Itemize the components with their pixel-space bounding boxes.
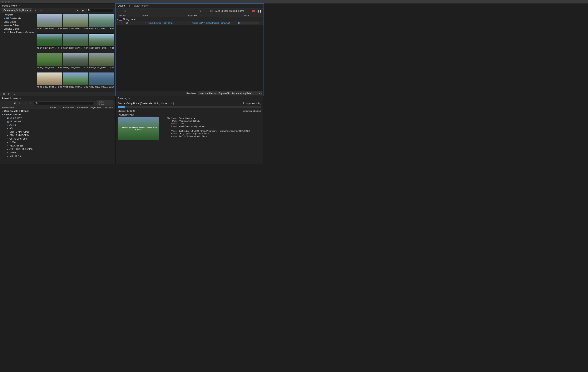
auto-encode-label: Auto-Encode Watch Folders [215,10,244,12]
view-list-icon[interactable]: ▦ [2,93,6,95]
minimize-dot[interactable] [5,1,7,3]
media-browser-footer: ▦ ▤ ○ [0,92,115,96]
queue-job[interactable]: ▾ Pr Going Home ▾ H.264 ▾ Match Source -… [116,17,263,25]
close-dot[interactable] [1,1,3,3]
preset-header-targetrate[interactable]: Target Rate [90,106,104,109]
add-source-icon[interactable]: ＋ [117,10,121,13]
tree-favorites[interactable]: ▾Favorites [0,13,36,17]
auto-encode-checkbox[interactable]: ✓ [210,10,213,12]
clip-thumbnail [37,14,62,27]
media-clip[interactable]: A003_C021_0923...6:18 [63,53,88,71]
preset-group-broadcast[interactable]: ▾📺Broadcast [0,120,115,123]
filter-icon[interactable]: ▼ [75,9,79,12]
clip-name: A002_C0S2_0922... [89,47,108,49]
preset-item[interactable]: ▸AS-11 [0,127,115,130]
queue-job-name: Going Home [123,18,136,21]
header-output: Output File [187,14,233,17]
preset-group-user[interactable]: ▸User Presets & Groups [0,109,115,113]
media-clip[interactable]: A002_C086_0922...4:04 [37,53,62,71]
tree-network-drives[interactable]: ▸Network Drives [0,24,36,27]
panel-menu-icon[interactable]: ≡ [129,97,130,100]
media-clip[interactable]: A004_C010_0924...2:06 [63,72,88,91]
import-preset-icon[interactable]: ↓ [23,102,27,104]
queue-row-preset[interactable]: Match Source - High bitrate [148,22,192,24]
clip-duration: 3:02 [84,47,88,49]
preset-item[interactable]: ▸H.264 [0,140,115,144]
queue-headers: Format Preset Output File Status [116,13,263,17]
queue-output-row[interactable]: ▾ H.264 ▾ Match Source - High bitrate /V… [116,21,263,25]
preset-group-icon[interactable]: ▣ [13,102,16,104]
preset-item[interactable]: ▸DNxHD MXF OP1a [0,130,115,134]
project-dropdown[interactable]: Guatemala_GoingHome [2,9,32,12]
preset-item[interactable]: ▸MPEG2 [0,151,115,154]
media-clip[interactable]: A002_C0S2_0922...3:04 [89,33,114,52]
preset-group-audio-only[interactable]: ▸🔊Audio Only [0,116,115,120]
clip-thumbnail [89,72,114,85]
clip-duration: 6:08 [110,66,114,69]
view-freeform-icon[interactable]: ○ [13,93,16,95]
preset-item[interactable]: ▸MXF OP1a [0,154,115,158]
preset-item[interactable]: ▸GoPro CineForm [0,137,115,140]
media-search-input[interactable]: 🔍 [86,9,113,12]
ingest-eye-icon[interactable]: ◉ [81,9,84,12]
media-clip[interactable]: A002_C009_09222...3:04 [89,14,114,32]
new-preset-icon[interactable]: ＋ [2,102,6,105]
clip-thumbnail [89,53,114,66]
premiere-icon: Pr [119,18,122,21]
tree-guatamala[interactable]: ▸Guatamala [0,17,36,20]
media-clip[interactable]: A003_C092_0923...6:08 [89,53,114,71]
preset-item[interactable]: ▸JPEG 2000 MXF OP1a [0,148,115,151]
link-outputs-icon[interactable]: ⟲ [199,10,202,12]
preset-headers: Preset Name ↑ Format Frame Size Frame Ra… [0,106,115,109]
clip-duration: 4:08 [84,28,88,30]
media-clip[interactable]: A004_C002_0924...3:02 [37,72,62,91]
preset-header-name[interactable]: Preset Name ↑ [2,106,50,109]
tab-queue[interactable]: Queue [117,4,125,8]
media-clip[interactable]: A005_C029_0925...13:14 [89,72,114,91]
panel-menu-icon[interactable]: ≡ [19,4,20,7]
queue-row-output[interactable]: /Volumes/PNY 128GB/Going Home.mp4 [192,22,238,24]
media-clip[interactable]: A001_C064_0922...4:08 [63,14,88,32]
preset-settings-icon: ⚙ [18,102,21,104]
clip-thumbnail [89,33,114,46]
output-preview-label[interactable]: ▾ Output Preview [118,114,261,116]
encoding-header: Encoding ≡ [116,96,263,101]
zoom-dot[interactable] [8,1,10,3]
apply-preset-button[interactable]: Apply Preset [96,100,113,106]
preset-toolbar: ＋ — ▣ ⚙ ↓ ↑ 🔍 Apply Preset [0,101,115,106]
remove-icon: — [129,10,132,12]
tree-creative-cloud[interactable]: ▾Creative Cloud [0,27,36,31]
preset-header-format[interactable]: Format [50,106,63,109]
clip-name: A003_C021_0923... [63,66,82,69]
clip-name: A002_C009_09222... [89,28,108,30]
clip-duration: 4:04 [58,66,62,69]
renderer-dropdown[interactable]: Mercury Playback Engine GPU Acceleration… [198,92,262,95]
preset-group-system[interactable]: ▾System Presets [0,113,115,116]
encoding-remaining: Remaining: 00:00:28 [242,110,261,112]
preset-item[interactable]: ▸HEVC (H.265) [0,144,115,148]
nav-back-icon[interactable]: ← [34,9,37,12]
tab-watch-folders[interactable]: Watch Folders [133,4,149,8]
media-clip[interactable]: A002_C018_0922...3:02 [63,33,88,52]
preset-header-framerate[interactable]: Frame Rate [77,106,90,109]
queue-panel-menu-icon[interactable]: ≡ [129,5,130,7]
panel-menu-icon[interactable]: ≡ [20,97,21,100]
tree-team-projects[interactable]: ▸⟲Team Projects Versions [0,31,36,34]
media-clip[interactable]: A002_C018_0922...8:13 [37,33,62,52]
preset-item[interactable]: ▸AS-10 [0,123,115,127]
preset-item[interactable]: ▸DNxHR MXF OP1a [0,134,115,137]
meta-audio: AAC, 320 kbps, 48 kHz, Stereo [179,135,250,138]
preset-header-framesize[interactable]: Frame Size [63,106,77,109]
tree-local-drives[interactable]: ▸Local Drives [0,20,36,24]
preset-header-comment[interactable]: Comment [104,106,113,109]
preset-search-input[interactable]: 🔍 [34,101,94,105]
stop-queue-button[interactable] [252,10,255,12]
meta-bitrate: VBR, 1 pass, Target 10.00 Mbps [179,132,250,135]
meta-format: H.264 [179,122,250,125]
queue-toolbar: ＋ ⧉ — ⟲ ✓ Auto-Encode Watch Folders ❚❚ [116,9,263,13]
media-clip[interactable]: A001_C037_0921...2:08 [37,14,62,32]
view-thumb-icon[interactable]: ▤ [8,93,11,95]
pause-queue-button[interactable]: ❚❚ [257,10,262,12]
encoding-progress-bar [118,106,261,108]
queue-row-format[interactable]: H.264 [124,22,145,24]
